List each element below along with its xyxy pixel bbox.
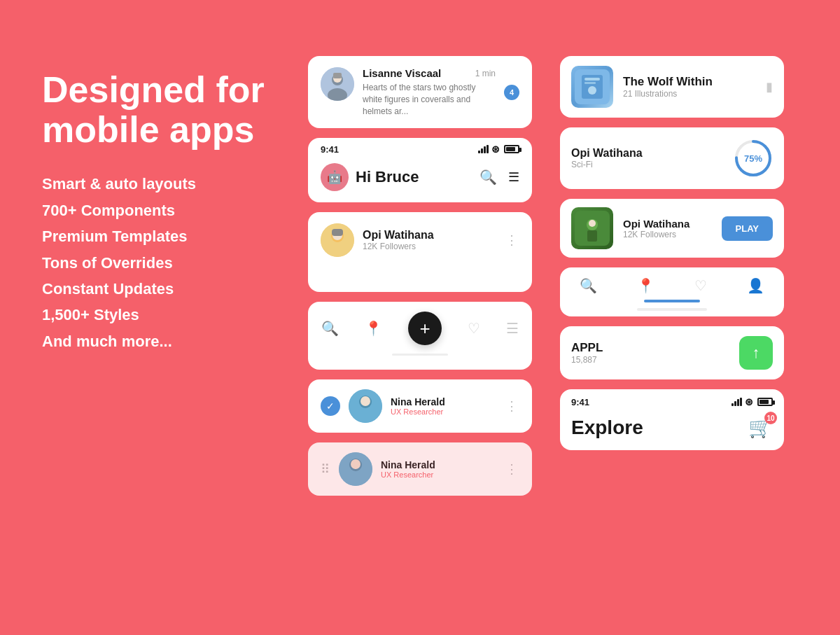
nav-search[interactable]: 🔍 [321, 320, 339, 337]
message-content: Lisanne Viscaal 1 min Hearts of the star… [363, 67, 496, 117]
nav-location[interactable]: 📍 [365, 320, 382, 337]
game-info: Opi Watihana 12K Followers [623, 218, 712, 239]
nav-right-search[interactable]: 🔍 [580, 277, 597, 294]
nav-right-heart[interactable]: ♡ [694, 277, 707, 294]
svg-point-14 [351, 459, 360, 469]
game-name: Opi Watihana [623, 218, 712, 230]
progress-circle: 75% [734, 139, 773, 178]
game-thumbnail [571, 207, 613, 249]
nav-add-button[interactable]: + [408, 312, 442, 345]
features-list: Smart & auto layouts 700+ Components Pre… [42, 171, 280, 354]
middle-column: Lisanne Viscaal 1 min Hearts of the star… [308, 56, 532, 496]
bottom-nav-card: 🔍 📍 + ♡ ☰ [308, 302, 532, 370]
sender-name: Lisanne Viscaal [363, 67, 441, 79]
nina-more-icon-1[interactable]: ⋮ [505, 398, 519, 414]
svg-rect-8 [332, 229, 343, 236]
nina-name-1: Nina Herald [391, 396, 497, 407]
home-indicator [392, 354, 448, 356]
wolf-card[interactable]: The Wolf Within 21 Illustrations ▮ [560, 56, 784, 118]
nav-right-location[interactable]: 📍 [637, 277, 654, 294]
nina-name-2: Nina Herald [381, 459, 497, 470]
progress-label: 75% [744, 153, 762, 164]
nina-role-2: UX Researcher [381, 470, 497, 479]
nav-heart[interactable]: ♡ [468, 320, 480, 337]
cart-wrapper: 🛒 10 [748, 416, 773, 439]
nina-info-2: Nina Herald UX Researcher [381, 459, 497, 479]
nav-menu[interactable]: ☰ [506, 320, 519, 337]
home-indicator-right [637, 308, 707, 311]
opi-followers: 12K Followers [363, 242, 497, 251]
svg-point-19 [588, 86, 596, 95]
hibruce-card: 9:41 ⊛ 🤖 Hi Bruce [308, 138, 532, 202]
feature-item-1: Smart & auto layouts [42, 171, 280, 197]
stock-up-icon[interactable]: ↑ [739, 336, 773, 370]
battery-icon [504, 145, 519, 153]
bruce-avatar: 🤖 [321, 163, 349, 191]
svg-rect-4 [333, 73, 342, 78]
message-preview: Hearts of the stars two ghostly white fi… [363, 82, 496, 117]
wifi-icon: ⊛ [491, 144, 500, 155]
bookmark-icon[interactable]: ▮ [766, 79, 773, 95]
opi-name: Opi Watihana [363, 229, 497, 242]
feature-item-3: Premium Templates [42, 223, 280, 249]
svg-point-25 [589, 220, 596, 227]
game-followers: 12K Followers [623, 230, 712, 239]
message-time: 1 min [475, 69, 496, 78]
message-card[interactable]: Lisanne Viscaal 1 min Hearts of the star… [308, 56, 532, 128]
feature-item-4: Tons of Overrides [42, 250, 280, 276]
feature-item-2: 700+ Components [42, 197, 280, 223]
hibruce-left: 🤖 Hi Bruce [321, 163, 419, 191]
explore-card: 9:41 ⊛ Explore 🛒 [560, 389, 784, 450]
explore-wifi-icon: ⊛ [745, 396, 753, 407]
status-bar: 9:41 ⊛ [308, 138, 532, 158]
main-container: Designed for mobile apps Smart & auto la… [0, 0, 840, 635]
opi-info: Opi Watihana 12K Followers [363, 229, 497, 251]
explore-title: Explore [571, 417, 643, 439]
time-display: 9:41 [321, 144, 339, 155]
main-headline: Designed for mobile apps [42, 70, 280, 150]
nina-avatar-2 [339, 452, 372, 486]
nina-card-drag[interactable]: ⠿ Nina Herald UX Researcher ⋮ [308, 442, 532, 496]
nav-right-user[interactable]: 👤 [747, 277, 764, 294]
nina-info-1: Nina Herald UX Researcher [391, 396, 497, 416]
right-column: The Wolf Within 21 Illustrations ▮ Opi W… [560, 56, 784, 450]
unread-badge: 4 [504, 85, 519, 100]
drag-handle-icon[interactable]: ⠿ [321, 461, 330, 477]
book-thumbnail [571, 66, 613, 108]
nina-card-checked[interactable]: ✓ Nina Herald UX Researcher ⋮ [308, 379, 532, 433]
explore-status-icons: ⊛ [732, 396, 773, 407]
feature-item-5: Constant Updates [42, 276, 280, 302]
lisanne-avatar [321, 67, 354, 101]
explore-status-bar: 9:41 ⊛ [560, 389, 784, 412]
signal-icon [478, 145, 489, 153]
wolf-title: The Wolf Within [623, 75, 756, 89]
cart-badge: 10 [764, 412, 777, 424]
wolf-info: The Wolf Within 21 Illustrations [623, 75, 756, 99]
nina-role-1: UX Researcher [391, 407, 497, 416]
reading-genre: Sci-Fi [571, 160, 724, 169]
nina-more-icon-2[interactable]: ⋮ [505, 461, 519, 477]
opi-profile-card[interactable]: Opi Watihana 12K Followers ⋮ [308, 212, 532, 292]
menu-icon[interactable]: ☰ [508, 169, 519, 185]
nina-avatar-1 [349, 389, 382, 423]
hibruce-actions: 🔍 ☰ [479, 169, 519, 186]
svg-point-11 [360, 396, 370, 406]
status-icons: ⊛ [478, 144, 519, 155]
explore-signal-icon [732, 398, 742, 406]
reading-card[interactable]: Opi Watihana Sci-Fi 75% [560, 127, 784, 189]
feature-item-6: 1,500+ Styles [42, 302, 280, 328]
nav-active-indicator [644, 300, 700, 302]
stock-card[interactable]: APPL 15,887 ↑ [560, 326, 784, 379]
opi-avatar [321, 223, 354, 257]
svg-rect-17 [584, 78, 600, 81]
game-card[interactable]: Opi Watihana 12K Followers PLAY [560, 199, 784, 258]
svg-rect-24 [587, 230, 597, 242]
reading-info: Opi Watihana Sci-Fi [571, 147, 724, 169]
left-panel: Designed for mobile apps Smart & auto la… [42, 56, 280, 354]
stock-info: APPL 15,887 [571, 341, 729, 365]
more-options-icon[interactable]: ⋮ [505, 232, 519, 248]
stock-ticker: APPL [571, 341, 729, 355]
search-icon[interactable]: 🔍 [479, 169, 497, 186]
reading-name: Opi Watihana [571, 147, 724, 160]
play-button[interactable]: PLAY [722, 216, 773, 241]
